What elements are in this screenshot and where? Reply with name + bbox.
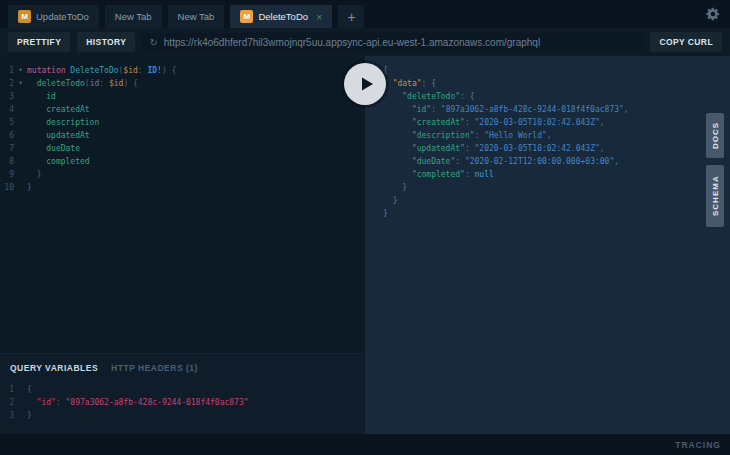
- response-viewer: ▾{▾ "data": {▾ "deleteTodo": { "id": "89…: [370, 64, 730, 220]
- code-text: description: [27, 116, 99, 129]
- code-line: "description": "Hello World",: [370, 129, 730, 142]
- fold-arrow-icon[interactable]: ▾: [14, 77, 27, 90]
- refresh-icon[interactable]: ↻: [149, 37, 157, 48]
- code-line: 10}: [0, 181, 365, 194]
- add-tab-button[interactable]: +: [338, 5, 364, 28]
- fold-spacer: [370, 194, 383, 207]
- code-line: 3}: [0, 409, 365, 422]
- fold-spacer: [14, 396, 27, 409]
- code-line: ▾{: [370, 64, 730, 77]
- copy-curl-button[interactable]: COPY CURL: [650, 32, 722, 52]
- fold-spacer: [14, 103, 27, 116]
- fold-spacer: [370, 142, 383, 155]
- fold-spacer: [370, 103, 383, 116]
- code-line: "id": "897a3062-a8fb-428c-9244-018f4f0ac…: [370, 103, 730, 116]
- tab-badge-icon: M: [18, 10, 31, 23]
- tab-3-deletetodo[interactable]: MDeleteToDo×: [230, 5, 332, 28]
- query-editor[interactable]: 1▾mutation DeleteToDo($id: ID!) {2▾ dele…: [0, 56, 365, 353]
- fold-spacer: [14, 155, 27, 168]
- code-line: 2 "id": "897a3062-a8fb-428c-9244-018f4f0…: [0, 396, 365, 409]
- fold-spacer: [14, 116, 27, 129]
- variables-panel: QUERY VARIABLES HTTP HEADERS (1) 1{2 "id…: [0, 353, 365, 434]
- toolbar: PRETTIFY HISTORY ↻ https://rk4o6dhferd7h…: [0, 28, 730, 56]
- fold-spacer: [14, 142, 27, 155]
- fold-spacer: [14, 409, 27, 422]
- query-variables-tab[interactable]: QUERY VARIABLES: [10, 363, 98, 373]
- docs-side-tab[interactable]: DOCS: [706, 113, 724, 158]
- tab-0-updatetodo[interactable]: MUpdateToDo: [8, 5, 99, 28]
- code-line: "dueDate": "2020-02-12T12:00:00.000+03:0…: [370, 155, 730, 168]
- code-text: }: [27, 168, 41, 181]
- code-line: 7 dueDate: [0, 142, 365, 155]
- code-text: {: [27, 383, 32, 396]
- code-line: "completed": null: [370, 168, 730, 181]
- http-headers-tab[interactable]: HTTP HEADERS (1): [111, 363, 198, 373]
- schema-side-tab[interactable]: SCHEMA: [706, 165, 724, 227]
- code-text: }: [383, 194, 397, 207]
- fold-spacer: [14, 90, 27, 103]
- line-number: 6: [0, 129, 14, 142]
- code-line: }: [370, 181, 730, 194]
- code-line: }: [370, 194, 730, 207]
- fold-spacer: [14, 383, 27, 396]
- fold-spacer: [370, 168, 383, 181]
- history-button[interactable]: HISTORY: [77, 32, 135, 52]
- execute-query-button[interactable]: [344, 63, 386, 105]
- line-number: 1: [0, 64, 14, 77]
- fold-spacer: [14, 129, 27, 142]
- response-pane: ▾{▾ "data": {▾ "deleteTodo": { "id": "89…: [365, 56, 730, 434]
- code-line: 8 completed: [0, 155, 365, 168]
- line-number: 3: [0, 90, 14, 103]
- line-number: 4: [0, 103, 14, 116]
- code-text: "description": "Hello World",: [383, 129, 552, 142]
- variables-editor[interactable]: 1{2 "id": "897a3062-a8fb-428c-9244-018f4…: [0, 378, 365, 434]
- code-text: "data": {: [383, 77, 436, 90]
- code-line: 5 description: [0, 116, 365, 129]
- line-number: 9: [0, 168, 14, 181]
- fold-spacer: [370, 116, 383, 129]
- tab-1-new-tab[interactable]: New Tab: [105, 5, 162, 28]
- endpoint-url-text: https://rk4o6dhferd7hil3wmojnqr5uu.appsy…: [164, 37, 540, 48]
- tab-badge-icon: M: [240, 10, 253, 23]
- tab-2-new-tab[interactable]: New Tab: [168, 5, 225, 28]
- settings-gear-icon[interactable]: [705, 6, 721, 22]
- code-line: 2▾ deleteTodo(id: $id) {: [0, 77, 365, 90]
- fold-spacer: [14, 168, 27, 181]
- tab-label: UpdateToDo: [36, 11, 89, 22]
- code-text: }: [383, 181, 407, 194]
- fold-spacer: [370, 207, 383, 220]
- line-number: 2: [0, 396, 14, 409]
- footer-bar: TRACING: [0, 434, 730, 455]
- code-text: "createdAt": "2020-03-05T10:02:42.043Z",: [383, 116, 605, 129]
- line-number: 1: [0, 383, 14, 396]
- fold-spacer: [370, 155, 383, 168]
- code-line: "updatedAt": "2020-03-05T10:02:42.043Z",: [370, 142, 730, 155]
- code-line: 9 }: [0, 168, 365, 181]
- tab-label: New Tab: [115, 11, 152, 22]
- code-text: "dueDate": "2020-02-12T12:00:00.000+03:0…: [383, 155, 619, 168]
- code-line: ▾ "data": {: [370, 77, 730, 90]
- code-line: }: [370, 207, 730, 220]
- code-text: createdAt: [27, 103, 90, 116]
- code-line: 6 updatedAt: [0, 129, 365, 142]
- code-text: "updatedAt": "2020-03-05T10:02:42.043Z",: [383, 142, 605, 155]
- tab-bar-tabs: MUpdateToDoNew TabNew TabMDeleteToDo×: [8, 5, 332, 28]
- code-text: deleteTodo(id: $id) {: [27, 77, 138, 90]
- code-text: }: [383, 207, 388, 220]
- code-line: 4 createdAt: [0, 103, 365, 116]
- line-number: 8: [0, 155, 14, 168]
- endpoint-url-input[interactable]: ↻ https://rk4o6dhferd7hil3wmojnqr5uu.app…: [142, 33, 643, 51]
- variables-panel-header: QUERY VARIABLES HTTP HEADERS (1): [0, 354, 365, 378]
- line-number: 10: [0, 181, 14, 194]
- left-pane: 1▾mutation DeleteToDo($id: ID!) {2▾ dele…: [0, 56, 365, 434]
- close-tab-icon[interactable]: ×: [316, 11, 322, 23]
- main-area: 1▾mutation DeleteToDo($id: ID!) {2▾ dele…: [0, 56, 730, 434]
- fold-spacer: [14, 181, 27, 194]
- tab-label: New Tab: [178, 11, 215, 22]
- tracing-toggle[interactable]: TRACING: [675, 440, 721, 450]
- code-line: "createdAt": "2020-03-05T10:02:42.043Z",: [370, 116, 730, 129]
- fold-arrow-icon[interactable]: ▾: [14, 64, 27, 77]
- line-number: 5: [0, 116, 14, 129]
- code-text: }: [27, 409, 32, 422]
- prettify-button[interactable]: PRETTIFY: [8, 32, 70, 52]
